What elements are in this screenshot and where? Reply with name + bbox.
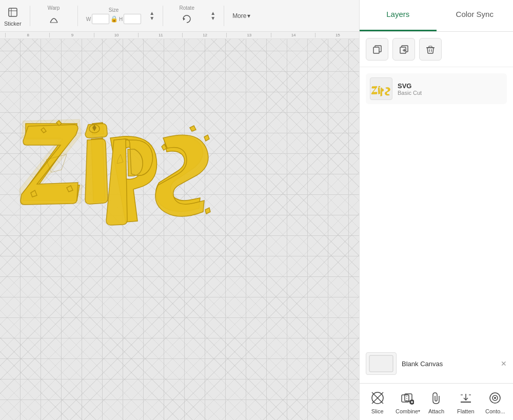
add-layer-btn[interactable] bbox=[392, 38, 415, 61]
lock-icon: 🔒 bbox=[110, 15, 118, 23]
panel-tabs: Layers Color Sync bbox=[360, 0, 513, 32]
more-button[interactable]: More ▾ bbox=[232, 12, 250, 19]
contour-label: Conto... bbox=[485, 408, 505, 414]
slice-icon bbox=[369, 390, 386, 406]
warp-icon[interactable] bbox=[47, 12, 61, 26]
ruler-marks: 8 9 10 11 12 13 14 15 bbox=[0, 33, 359, 37]
size-h-input[interactable] bbox=[124, 14, 141, 24]
rotate-down-btn[interactable]: ▼ bbox=[210, 16, 215, 21]
combine-btn[interactable]: Combine ▾ bbox=[394, 390, 419, 414]
svg-marker-4 bbox=[183, 17, 185, 21]
zips-artwork: .zips-fill { fill: #e8c020; stroke: #b89… bbox=[15, 98, 333, 226]
sticker-icon bbox=[6, 5, 20, 19]
divider2 bbox=[77, 6, 78, 26]
close-blank-canvas-btn[interactable]: ✕ bbox=[501, 359, 507, 368]
contour-icon bbox=[487, 390, 503, 406]
warp-label: Warp bbox=[48, 5, 60, 11]
svg-rect-0 bbox=[9, 8, 17, 16]
svg-point-28 bbox=[494, 397, 496, 399]
size-down-btn[interactable]: ▼ bbox=[149, 16, 154, 21]
layer-item-svg[interactable]: SVG Basic Cut bbox=[366, 73, 507, 104]
divider3 bbox=[163, 6, 163, 26]
rotate-label: Rotate bbox=[179, 5, 194, 11]
warp-section: Warp bbox=[38, 5, 69, 26]
bottom-toolbar: Slice Combine ▾ bbox=[360, 383, 513, 420]
copy-layer-btn[interactable] bbox=[366, 38, 388, 61]
size-inputs: W 🔒 H bbox=[86, 14, 142, 24]
blank-canvas-thumbnail bbox=[366, 352, 397, 375]
tab-layers[interactable]: Layers bbox=[360, 0, 437, 31]
right-panel: Layers Color Sync bbox=[359, 0, 513, 420]
layers-list: SVG Basic Cut bbox=[360, 67, 513, 348]
blank-canvas-label: Blank Canvas bbox=[402, 360, 443, 368]
blank-canvas-row: Blank Canvas ✕ bbox=[360, 348, 513, 379]
svg-rect-6 bbox=[373, 47, 379, 53]
sticker-label: Sticker bbox=[4, 21, 22, 27]
combine-icon bbox=[399, 390, 415, 406]
layer-sub: Basic Cut bbox=[398, 90, 503, 96]
rotate-icon[interactable] bbox=[180, 12, 194, 26]
divider4 bbox=[224, 6, 224, 26]
svg-rect-13 bbox=[369, 355, 393, 372]
main-toolbar: Sticker Warp Size W 🔒 H ▲ ▼ Rotate bbox=[0, 0, 359, 32]
combine-label: Combine bbox=[396, 408, 418, 414]
size-label: Size bbox=[109, 7, 119, 13]
ruler-top: 8 9 10 11 12 13 14 15 bbox=[0, 32, 359, 39]
size-up-btn[interactable]: ▲ bbox=[149, 11, 154, 16]
contour-btn[interactable]: Conto... bbox=[483, 390, 507, 414]
slice-label: Slice bbox=[371, 408, 384, 414]
attach-icon bbox=[428, 390, 444, 406]
layer-info: SVG Basic Cut bbox=[398, 82, 503, 96]
flatten-icon bbox=[458, 390, 474, 406]
sticker-tool[interactable]: Sticker bbox=[4, 5, 22, 27]
attach-label: Attach bbox=[428, 408, 444, 414]
layer-name: SVG bbox=[398, 82, 503, 90]
layer-thumbnail bbox=[370, 77, 392, 100]
size-section: Size W 🔒 H bbox=[86, 7, 142, 24]
flatten-btn[interactable]: Flatten bbox=[453, 390, 478, 414]
rotate-section: Rotate bbox=[171, 5, 202, 26]
flatten-label: Flatten bbox=[457, 408, 475, 414]
panel-actions bbox=[360, 32, 513, 67]
rotate-up-btn[interactable]: ▲ bbox=[210, 11, 215, 16]
tab-color-sync[interactable]: Color Sync bbox=[437, 0, 514, 31]
rotate-arrows: ▲ ▼ bbox=[210, 11, 215, 21]
combine-arrow: ▾ bbox=[418, 409, 420, 413]
slice-btn[interactable]: Slice bbox=[365, 390, 390, 414]
divider1 bbox=[30, 6, 30, 26]
size-w-input[interactable] bbox=[92, 14, 109, 24]
attach-btn[interactable]: Attach bbox=[424, 390, 448, 414]
size-arrows: ▲ ▼ bbox=[149, 11, 154, 21]
delete-layer-btn[interactable] bbox=[419, 38, 442, 61]
canvas-area[interactable]: .zips-fill { fill: #e8c020; stroke: #b89… bbox=[0, 39, 359, 420]
